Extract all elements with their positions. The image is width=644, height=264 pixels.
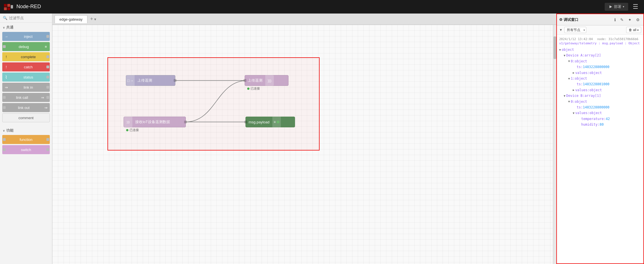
tree-row: ▶values: object — [559, 87, 641, 93]
svg-rect-1 — [7, 4, 10, 7]
switch-right-port — [46, 148, 49, 151]
debug-panel-title: ⚙ 调试窗口 — [559, 17, 611, 22]
sidebar-item-label-linkcall: link call — [6, 95, 38, 100]
debug-edit-button[interactable]: ✎ — [619, 17, 625, 23]
filter-select[interactable]: 所有节点 — [564, 27, 586, 33]
tree-key: humidity: — [581, 122, 600, 127]
flow-node-receive-iot[interactable]: ))) 接收IoT设备遥测数据 已连接 — [124, 117, 186, 127]
tree-key: values: — [575, 110, 590, 116]
flow-connections — [52, 25, 556, 264]
debug-settings-button[interactable]: ⚙ — [635, 17, 641, 23]
sidebar-item-linkcall[interactable]: link call ⇒ — [2, 93, 50, 102]
status-icon: ⌇ — [2, 73, 10, 82]
tree-row: ▼values: object — [559, 110, 641, 116]
canvas[interactable]: □ → 上传遥测 上传遥测 ))) 已连接 — [52, 25, 556, 264]
sidebar-section-common[interactable]: ∨ 共通 — [0, 23, 52, 31]
canvas-tabs: edge-gateway + ▾ — [52, 14, 556, 25]
sidebar-item-catch[interactable]: ! catch — [2, 62, 50, 71]
tree-key: values: — [575, 87, 590, 93]
flow-node-label-upload-inject: 上传遥测 — [135, 78, 155, 83]
debug-msg-path[interactable]: v1/gateway/telemetry : msg.payload : Obj… — [559, 42, 641, 45]
receive-iot-status-text: 已连接 — [130, 128, 139, 132]
tree-row: ▼object — [559, 47, 641, 53]
tree-type: array[2] — [585, 53, 601, 58]
sidebar-item-label-linkout: link out — [6, 106, 42, 110]
sidebar-item-function[interactable]: function — [2, 135, 50, 144]
receive-iot-out-port — [184, 121, 187, 123]
tree-type: object — [575, 58, 587, 64]
linkout-icon: ⇒ — [42, 103, 50, 112]
debug-info-button[interactable]: ℹ — [613, 17, 617, 23]
sidebar-item-linkin[interactable]: ⇒ link in — [2, 83, 50, 92]
tree-arrow[interactable]: ▼ — [564, 93, 565, 98]
tree-arrow[interactable]: ▶ — [573, 70, 574, 75]
tree-value: 1483228800000 — [583, 64, 609, 70]
canvas-area: edge-gateway + ▾ □ → — [52, 14, 556, 264]
clear-all-button[interactable]: 🗑 all ▾ — [626, 27, 641, 33]
search-icon: 🔍 — [3, 16, 7, 20]
tree-type: object — [590, 110, 602, 116]
sidebar-item-inject[interactable]: → inject — [2, 32, 50, 41]
tab-scroll-arrow[interactable]: ▾ — [94, 17, 96, 21]
topbar: Node-RED 部署 ▾ ☰ — [0, 0, 644, 14]
sidebar: 🔍 ∨ 共通 → inject debug ≡ ! complete ! — [0, 14, 52, 264]
tree-key: ts: — [577, 104, 583, 110]
tree-arrow[interactable]: ▼ — [568, 76, 570, 81]
tree-arrow[interactable]: ▼ — [564, 53, 565, 58]
add-tab-button[interactable]: + — [90, 16, 93, 22]
debug-header-line: 2024/1/12 13:42:04 node: 31c7a550170b66b… — [559, 37, 641, 41]
tree-type: array[1] — [585, 93, 601, 99]
sidebar-item-linkout[interactable]: link out ⇒ — [2, 103, 50, 112]
sidebar-item-label-catch: catch — [10, 65, 46, 69]
deploy-dropdown-icon: ▾ — [623, 5, 624, 8]
tree-value: 42 — [606, 116, 610, 122]
flow-node-upload-inject[interactable]: □ → 上传遥测 — [126, 75, 175, 86]
canvas-scrollbar-thumb[interactable] — [553, 36, 556, 59]
tree-value: 1483228800000 — [583, 104, 609, 110]
sidebar-section-function[interactable]: ∨ 功能 — [0, 126, 52, 134]
complete-icon: ! — [2, 52, 10, 61]
tree-key: 0: — [571, 99, 575, 104]
canvas-tab-edge-gateway[interactable]: edge-gateway — [55, 15, 87, 23]
tree-row: ▼0: object — [559, 99, 641, 104]
tree-arrow[interactable]: ▶ — [573, 88, 574, 92]
flow-node-label-msg-payload: msg.payload — [246, 120, 272, 124]
tree-row: ts: 1483228800000 — [559, 64, 641, 70]
tree-row: ▼0: object — [559, 58, 641, 64]
debug-pin-button[interactable]: ✦ — [627, 17, 633, 23]
filter-wrap: 所有节点 — [564, 27, 586, 33]
receive-iot-status-dot — [126, 129, 128, 131]
filter-input[interactable] — [9, 16, 49, 20]
tree-arrow[interactable]: ▼ — [568, 99, 570, 104]
tree-arrow[interactable]: ▼ — [568, 59, 570, 64]
hamburger-menu-button[interactable]: ☰ — [630, 2, 641, 12]
tree-row: humidity: 80 — [559, 122, 641, 127]
tree-key: 1: — [571, 76, 575, 81]
nodered-logo-icon — [3, 3, 14, 11]
inject-right-port — [46, 35, 49, 38]
chevron-down-icon: ∨ — [3, 26, 5, 29]
flow-node-msg-payload[interactable]: msg.payload ≡ — [245, 117, 295, 127]
debug-panel-header: ⚙ 调试窗口 ℹ ✎ ✦ ⚙ — [557, 14, 643, 25]
sidebar-item-complete[interactable]: ! complete — [2, 52, 50, 61]
deploy-button[interactable]: 部署 ▾ — [605, 3, 628, 11]
sidebar-item-debug[interactable]: debug ≡ — [2, 42, 50, 51]
canvas-scrollbar[interactable] — [553, 25, 556, 264]
tree-arrow[interactable]: ▼ — [573, 111, 574, 115]
sidebar-item-comment[interactable]: comment — [2, 113, 50, 122]
sidebar-item-status[interactable]: ⌇ status — [2, 73, 50, 82]
main-layout: 🔍 ∨ 共通 → inject debug ≡ ! complete ! — [0, 14, 644, 264]
tree-type: object — [575, 76, 587, 81]
flow-node-upload-mqtt[interactable]: 上传遥测 ))) 已连接 — [245, 75, 288, 86]
complete-right-port — [46, 55, 49, 58]
selection-box — [107, 57, 320, 150]
sidebar-item-switch[interactable]: switch — [2, 145, 50, 154]
tree-arrow[interactable]: ▼ — [559, 47, 561, 52]
tree-type: object — [590, 87, 602, 93]
tree-key: Device B: — [566, 93, 585, 99]
catch-icon: ! — [2, 62, 10, 71]
function-chevron-icon: ∨ — [3, 129, 5, 132]
sidebar-item-label-complete: complete — [10, 55, 46, 59]
switch-left-port — [3, 148, 6, 151]
deploy-icon — [609, 5, 613, 9]
